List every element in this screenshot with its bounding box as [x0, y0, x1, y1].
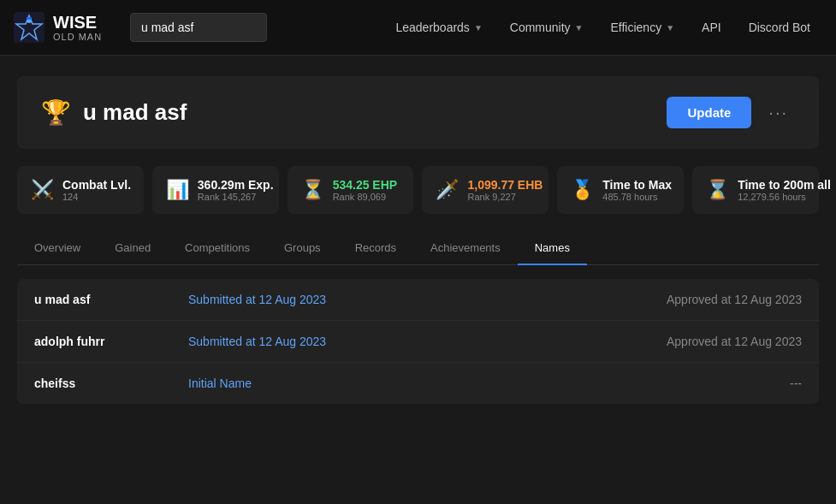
tab-competitions[interactable]: Competitions	[168, 231, 267, 264]
exp-rank: Rank 145,267	[198, 192, 265, 202]
time-200m-icon: ⌛	[706, 179, 729, 201]
logo-old-man: OLD MAN	[53, 32, 102, 42]
more-options-button[interactable]: ···	[762, 99, 795, 126]
tab-groups[interactable]: Groups	[267, 231, 338, 264]
name-submitted-1: Submitted at 12 Aug 2023	[188, 293, 495, 306]
tab-names[interactable]: Names	[518, 231, 587, 264]
player-name: u mad asf	[83, 99, 187, 126]
ehp-icon: ⏳	[301, 179, 324, 201]
name-approved-1: Approved at 12 Aug 2023	[495, 293, 803, 306]
table-row: cheifss Initial Name ---	[17, 363, 819, 404]
nav-community[interactable]: Community ▼	[498, 14, 596, 41]
update-button[interactable]: Update	[667, 97, 751, 128]
time-max-value: 485.78 hours	[602, 192, 670, 202]
stats-row: ⚔️ Combat Lvl. 124 📊 360.29m Exp. Rank 1…	[17, 166, 819, 214]
search-input[interactable]	[130, 13, 267, 42]
ehb-rank: Rank 9,227	[467, 192, 535, 202]
svg-rect-3	[27, 17, 32, 20]
tab-records[interactable]: Records	[338, 231, 413, 264]
stat-exp: 📊 360.29m Exp. Rank 145,267	[152, 166, 279, 214]
name-text-2: adolph fuhrr	[34, 335, 188, 348]
combat-label: Combat Lvl.	[62, 178, 130, 192]
player-actions: Update ···	[667, 97, 795, 128]
combat-icon: ⚔️	[31, 179, 54, 201]
logo-area: WISE OLD MAN	[14, 12, 116, 43]
nav-discord[interactable]: Discord Bot	[737, 14, 822, 41]
table-row: u mad asf Submitted at 12 Aug 2023 Appro…	[17, 279, 819, 321]
player-card: 🏆 u mad asf Update ···	[17, 76, 819, 149]
logo-icon	[14, 12, 44, 43]
stat-ehp: ⏳ 534.25 EHP Rank 89,069	[288, 166, 414, 214]
tab-overview[interactable]: Overview	[17, 231, 98, 264]
tabs: Overview Gained Competitions Groups Reco…	[17, 231, 819, 265]
player-title: 🏆 u mad asf	[41, 98, 187, 127]
time-max-icon: 🏅	[571, 179, 594, 201]
trophy-icon: 🏆	[41, 98, 71, 127]
stat-time-max: 🏅 Time to Max 485.78 hours	[557, 166, 684, 214]
tab-gained[interactable]: Gained	[98, 231, 168, 264]
navbar: WISE OLD MAN Leaderboards ▼ Community ▼ …	[0, 0, 836, 56]
time-max-label: Time to Max	[602, 178, 670, 192]
ehp-value: 534.25 EHP	[333, 178, 398, 192]
name-text-3: cheifss	[34, 377, 188, 390]
exp-icon: 📊	[166, 179, 189, 201]
ehb-icon: 🗡️	[436, 179, 459, 201]
stat-combat: ⚔️ Combat Lvl. 124	[17, 166, 144, 214]
stat-ehb: 🗡️ 1,099.77 EHB Rank 9,227	[422, 166, 548, 214]
combat-value: 124	[62, 192, 130, 202]
stat-time-200m: ⌛ Time to 200m all 12,279.56 hours	[692, 166, 819, 214]
table-row: adolph fuhrr Submitted at 12 Aug 2023 Ap…	[17, 321, 819, 363]
logo-text: WISE OLD MAN	[53, 13, 102, 42]
nav-links: Leaderboards ▼ Community ▼ Efficiency ▼ …	[383, 14, 822, 41]
name-text-1: u mad asf	[34, 293, 188, 306]
name-approved-2: Approved at 12 Aug 2023	[495, 335, 803, 348]
nav-api[interactable]: API	[690, 14, 733, 41]
tab-achievements[interactable]: Achievements	[413, 231, 518, 264]
ehb-value: 1,099.77 EHB	[467, 178, 535, 192]
names-table: u mad asf Submitted at 12 Aug 2023 Appro…	[17, 279, 819, 404]
time-200m-value: 12,279.56 hours	[738, 192, 805, 202]
exp-value: 360.29m Exp.	[198, 178, 265, 192]
name-approved-3: ---	[495, 377, 803, 390]
ehp-rank: Rank 89,069	[333, 192, 398, 202]
nav-leaderboards[interactable]: Leaderboards ▼	[383, 14, 494, 41]
name-submitted-2: Submitted at 12 Aug 2023	[188, 335, 495, 348]
name-submitted-3: Initial Name	[188, 377, 495, 390]
main-content: 🏆 u mad asf Update ··· ⚔️ Combat Lvl. 12…	[0, 56, 836, 424]
nav-efficiency[interactable]: Efficiency ▼	[598, 14, 686, 41]
time-200m-label: Time to 200m all	[738, 178, 805, 192]
logo-wise: WISE	[53, 13, 102, 32]
